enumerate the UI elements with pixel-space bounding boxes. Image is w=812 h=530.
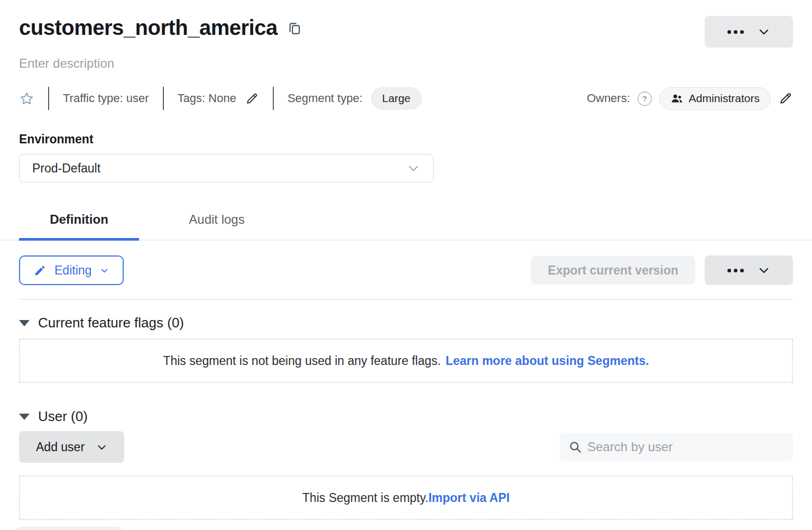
user-search-box <box>560 433 793 461</box>
tab-bar: Definition Audit logs <box>0 205 812 241</box>
tags: Tags: None <box>178 92 259 106</box>
chevron-down-icon <box>100 266 109 275</box>
user-section-header[interactable]: User (0) <box>19 408 793 425</box>
edit-tags-pencil-icon[interactable] <box>245 92 259 106</box>
partial-element-bottom <box>16 527 122 530</box>
header-more-button[interactable] <box>705 16 793 48</box>
user-controls: Add user <box>19 431 793 463</box>
active-tab-indicator <box>19 238 139 241</box>
add-user-label: Add user <box>36 440 85 454</box>
feature-flags-section-title: Current feature flags (0) <box>38 315 184 331</box>
chevron-down-icon <box>758 25 770 38</box>
feature-flags-empty-state: This segment is not being used in any fe… <box>19 339 793 383</box>
segment-empty-text: This Segment is empty. <box>302 491 429 505</box>
user-section-title: User (0) <box>38 408 88 425</box>
chevron-down-icon <box>758 264 770 277</box>
ellipsis-icon <box>727 30 744 34</box>
segment-empty-state: This Segment is empty. Import via API <box>19 476 793 520</box>
search-icon <box>568 440 582 454</box>
import-via-api-link[interactable]: Import via API <box>428 491 510 505</box>
description-placeholder[interactable]: Enter description <box>19 56 793 71</box>
copy-icon[interactable] <box>287 21 301 39</box>
owners-value: Administrators <box>689 92 760 105</box>
caret-down-icon <box>19 414 30 420</box>
tab-definition[interactable]: Definition <box>19 205 139 240</box>
help-icon[interactable]: ? <box>638 92 652 106</box>
segment-type-label: Segment type: <box>288 92 363 105</box>
owners: Owners: ? Administrators <box>587 87 793 110</box>
pencil-icon <box>34 264 46 277</box>
learn-more-link[interactable]: Learn more about using Segments. <box>446 354 649 368</box>
ellipsis-icon <box>727 269 744 272</box>
export-current-version-button[interactable]: Export current version <box>531 256 695 285</box>
separator <box>48 87 49 110</box>
people-icon <box>670 92 684 105</box>
environment-select[interactable]: Prod-Default <box>19 154 433 182</box>
star-icon[interactable] <box>19 91 34 106</box>
traffic-type: Traffic type: user <box>63 92 149 105</box>
feature-flags-empty-text: This segment is not being used in any fe… <box>163 354 440 368</box>
editing-label: Editing <box>54 263 91 278</box>
title-wrap: customers_north_america <box>19 16 301 40</box>
environment-selected-value: Prod-Default <box>32 161 100 176</box>
search-by-user-input[interactable] <box>587 440 785 454</box>
toolbar-more-button[interactable] <box>705 255 793 285</box>
meta-row: Traffic type: user Tags: None Segment ty… <box>19 87 793 110</box>
tags-label: Tags: None <box>178 92 236 105</box>
toolbar: Editing Export current version <box>19 255 793 285</box>
header: customers_north_america <box>19 16 793 48</box>
edit-owners-pencil-icon[interactable] <box>778 91 793 106</box>
editing-button[interactable]: Editing <box>19 255 124 285</box>
segment-detail-page: customers_north_america Enter descriptio… <box>0 0 812 520</box>
chevron-down-icon <box>96 442 107 453</box>
environment-label: Environment <box>19 132 793 147</box>
separator <box>163 87 164 110</box>
divider <box>19 299 793 300</box>
feature-flags-section-header[interactable]: Current feature flags (0) <box>19 315 793 331</box>
segment-type-badge: Large <box>371 87 422 109</box>
page-title: customers_north_america <box>19 16 278 40</box>
separator <box>273 87 274 110</box>
caret-down-icon <box>19 320 30 326</box>
chevron-down-icon <box>407 161 420 175</box>
tab-audit-logs[interactable]: Audit logs <box>159 205 274 240</box>
owners-badge[interactable]: Administrators <box>659 87 771 110</box>
add-user-button[interactable]: Add user <box>19 431 124 463</box>
owners-label: Owners: <box>587 92 630 105</box>
segment-type: Segment type: Large <box>288 87 422 109</box>
